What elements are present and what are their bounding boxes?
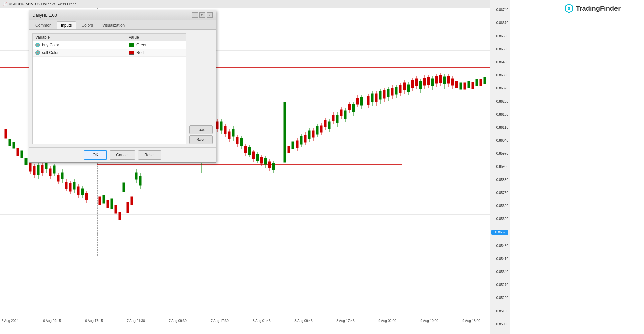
svg-rect-121 [360,97,363,105]
price-label: 0.85340 [491,270,508,274]
svg-rect-123 [288,146,290,153]
color-picker-icon[interactable] [35,50,40,55]
svg-rect-127 [304,135,306,142]
tab-inputs[interactable]: Inputs [57,21,76,29]
price-label: 0.85760 [491,191,508,195]
current-price-label: 0.86525 [491,230,508,235]
svg-rect-171 [383,90,385,98]
price-label: 0.86670 [491,21,508,25]
svg-rect-151 [407,85,410,92]
chart-symbol-icon: 📈 [3,2,7,6]
svg-rect-41 [85,193,88,200]
tab-visualization[interactable]: Visualization [98,21,129,29]
svg-rect-197 [464,83,466,89]
svg-rect-5 [21,151,23,158]
tab-bar: Common Inputs Colors Visualization [29,20,216,30]
svg-rect-45 [111,199,113,209]
ok-button[interactable]: OK [84,150,107,160]
logo-area: tf TradingFinder [564,3,621,13]
chart-symbol: USDCHF, M15 [9,2,33,6]
price-label: 0.86250 [491,99,508,103]
dialog-close-button[interactable]: × [207,12,213,18]
svg-rect-169 [375,94,377,102]
svg-rect-103 [284,102,286,162]
dialog-maximize-button[interactable]: □ [199,12,205,18]
svg-rect-193 [451,79,454,85]
value-cell[interactable]: Green [126,41,186,49]
time-label: 7 Aug 09:30 [169,319,186,323]
svg-rect-81 [256,154,259,161]
price-label: 0.85410 [491,257,508,261]
svg-rect-167 [367,96,369,105]
svg-rect-163 [476,79,478,86]
svg-rect-153 [419,81,422,89]
time-label: 9 Aug 18:00 [462,319,480,323]
svg-rect-125 [296,141,298,148]
dialog-body: Variable Value buy Color Green [29,30,216,147]
save-button[interactable]: Save [189,135,213,144]
svg-rect-95 [244,146,247,153]
variable-cell: buy Color [33,41,126,49]
time-label: 6 Aug 09:15 [43,319,61,323]
table-row[interactable]: buy Color Green [33,41,186,49]
svg-rect-7 [25,158,27,165]
svg-rect-17 [73,182,75,189]
cancel-button[interactable]: Cancel [110,150,135,160]
svg-rect-129 [312,131,314,137]
dialog-minimize-button[interactable]: − [192,12,198,18]
svg-rect-177 [403,83,406,90]
table-header: Variable Value [33,34,186,41]
svg-rect-105 [292,142,294,149]
price-axis: 0.86740 0.86670 0.86600 0.86530 0.86460 … [490,0,510,334]
svg-rect-87 [216,122,218,129]
svg-rect-83 [264,158,267,164]
price-label: 0.85970 [491,152,508,155]
svg-rect-37 [69,183,71,191]
svg-rect-165 [484,77,486,84]
svg-rect-93 [236,137,238,144]
svg-rect-175 [399,85,401,93]
load-button[interactable]: Load [189,125,213,134]
reset-button[interactable]: Reset [138,150,161,160]
svg-rect-91 [228,132,230,139]
time-label: 8 Aug 09:45 [294,319,312,323]
svg-rect-109 [308,131,310,139]
time-label: 6 Aug 17:15 [85,319,103,323]
price-label: 0.86390 [491,73,508,77]
svg-rect-161 [468,81,470,88]
svg-rect-195 [455,81,458,88]
price-label: 0.85130 [491,309,508,313]
price-label: 0.86740 [491,8,508,12]
price-label: 0.86180 [491,113,508,116]
svg-rect-191 [447,76,450,83]
dialog-titlebar[interactable]: DailyHL 1.00 − □ × [29,10,216,20]
svg-rect-77 [240,138,243,146]
svg-rect-51 [139,176,141,185]
svg-rect-3 [13,142,15,148]
variable-cell: sell Color [33,49,126,56]
time-axis: 6 Aug 2024 6 Aug 09:15 6 Aug 17:15 7 Aug… [0,317,490,324]
svg-rect-53 [99,197,101,205]
price-label: 0.86110 [491,126,508,129]
tab-colors[interactable]: Colors [77,21,97,29]
table-row[interactable]: sell Color Red [33,49,186,57]
svg-rect-143 [371,94,373,102]
value-cell[interactable]: Red [126,49,186,56]
svg-rect-145 [379,91,381,99]
svg-rect-135 [332,115,334,121]
tab-common[interactable]: Common [31,21,56,29]
value-label: Red [136,50,144,55]
color-picker-icon[interactable] [35,43,40,47]
value-header: Value [126,34,186,41]
logo-icon: tf [564,3,574,13]
svg-rect-133 [324,120,326,127]
dialog-title: DailyHL 1.00 [32,13,57,18]
sidebar-buttons: Load Save [189,33,213,144]
svg-text:tf: tf [568,6,571,11]
svg-rect-29 [41,165,43,173]
svg-rect-61 [127,202,129,213]
svg-rect-97 [252,152,255,159]
svg-rect-111 [316,126,318,134]
svg-rect-181 [415,79,418,86]
price-label: 0.85480 [491,244,508,248]
